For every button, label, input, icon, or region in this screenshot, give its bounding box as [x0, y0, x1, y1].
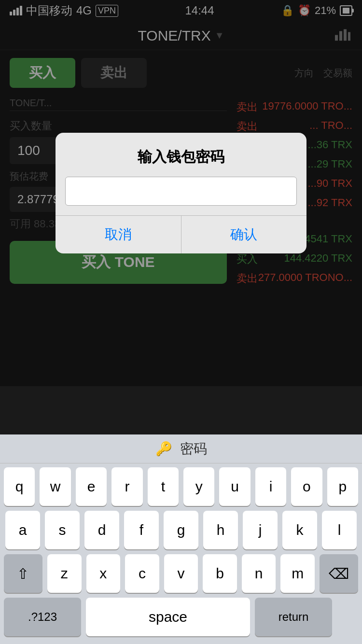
numbers-key[interactable]: .?123 [4, 598, 81, 636]
key-c[interactable]: c [125, 554, 159, 593]
password-input[interactable] [65, 177, 297, 206]
confirm-button[interactable]: 确认 [181, 216, 307, 253]
key-h[interactable]: h [203, 511, 238, 549]
key-j[interactable]: j [243, 511, 278, 549]
key-u[interactable]: u [219, 467, 250, 506]
shift-key[interactable]: ⇧ [4, 554, 42, 593]
password-modal: 输入钱包密码 取消 确认 [56, 133, 306, 253]
keyboard-header: 🔑 密码 [0, 434, 362, 463]
delete-key[interactable]: ⌫ [320, 554, 358, 593]
modal-overlay: 输入钱包密码 取消 确认 [0, 0, 362, 386]
return-key[interactable]: return [255, 598, 332, 636]
key-q[interactable]: q [4, 467, 35, 506]
keyboard-row-2: a s d f g h j k l [4, 511, 358, 549]
key-k[interactable]: k [282, 511, 317, 549]
key-v[interactable]: v [164, 554, 198, 593]
key-x[interactable]: x [86, 554, 121, 593]
cancel-button[interactable]: 取消 [56, 216, 181, 253]
key-b[interactable]: b [203, 554, 237, 593]
key-n[interactable]: n [242, 554, 276, 593]
key-y[interactable]: y [183, 467, 214, 506]
key-l[interactable]: l [322, 511, 357, 549]
key-s[interactable]: s [45, 511, 80, 549]
key-t[interactable]: t [148, 467, 179, 506]
modal-title: 输入钱包密码 [56, 133, 306, 177]
space-key[interactable]: space [86, 598, 250, 636]
key-e[interactable]: e [76, 467, 107, 506]
keyboard-bottom-row: .?123 space return [0, 598, 362, 644]
key-r[interactable]: r [111, 467, 142, 506]
modal-input-wrap [56, 177, 306, 210]
key-icon: 🔑 [155, 441, 172, 457]
key-g[interactable]: g [164, 511, 198, 549]
modal-buttons: 取消 确认 [56, 215, 306, 253]
key-p[interactable]: p [327, 467, 358, 506]
keyboard-rows: q w e r t y u i o p a s d f g h j k l ⇧ … [0, 463, 362, 593]
key-o[interactable]: o [291, 467, 322, 506]
key-f[interactable]: f [124, 511, 159, 549]
keyboard-row-3: ⇧ z x c v b n m ⌫ [4, 554, 358, 593]
keyboard-row-1: q w e r t y u i o p [4, 467, 358, 506]
keyboard-label: 密码 [180, 440, 207, 458]
key-i[interactable]: i [255, 467, 286, 506]
keyboard: 🔑 密码 q w e r t y u i o p a s d f g h j k… [0, 434, 362, 644]
key-m[interactable]: m [280, 554, 315, 593]
key-w[interactable]: w [40, 467, 70, 506]
key-z[interactable]: z [47, 554, 82, 593]
key-a[interactable]: a [5, 511, 40, 549]
key-d[interactable]: d [84, 511, 119, 549]
